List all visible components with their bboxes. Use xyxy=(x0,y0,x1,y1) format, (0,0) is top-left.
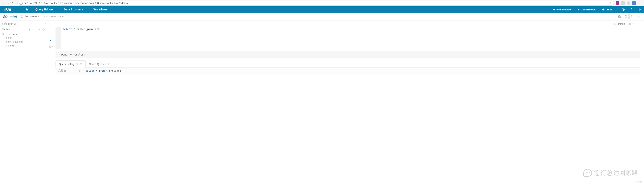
menu-query-editors[interactable]: Query Editors xyxy=(32,6,60,12)
snippet-settings-button[interactable] xyxy=(633,23,636,26)
search-icon[interactable] xyxy=(108,63,110,65)
pin-icon[interactable] xyxy=(78,70,81,72)
browser-menu-icon[interactable] xyxy=(638,2,641,5)
explain-button[interactable]: ▾ xyxy=(48,45,53,48)
svg-point-14 xyxy=(639,16,640,17)
check-icon: ✓ xyxy=(58,53,60,56)
new-button[interactable] xyxy=(623,14,629,19)
info-icon: i xyxy=(20,2,23,5)
browser-chrome: i ec2-54-169-71-135.ap-southeast-1.compu… xyxy=(0,0,644,6)
hive-icon xyxy=(3,14,8,19)
browser-reload-button[interactable] xyxy=(11,1,15,5)
help-icon[interactable] xyxy=(619,8,628,11)
file-browser-link[interactable]: File Browser xyxy=(550,8,574,11)
svg-rect-16 xyxy=(2,34,4,35)
format-button[interactable] xyxy=(628,23,631,26)
browser-extension-icons xyxy=(616,2,642,5)
database-name: default xyxy=(8,22,16,26)
history-entry[interactable]: 几秒前 select * from t_province xyxy=(56,68,640,74)
menu-workflows[interactable]: Workflows xyxy=(90,6,114,12)
extension-3-icon[interactable] xyxy=(627,2,630,5)
svg-rect-5 xyxy=(578,9,580,10)
elapsed-time: 0s xyxy=(613,23,616,26)
line-number-gutter: 1 xyxy=(56,27,61,48)
editor-sub-header: Hive Add a name... Add a description... xyxy=(0,12,644,20)
table-item[interactable]: t_province xyxy=(2,32,45,36)
database-dropdown[interactable]: default ▾ xyxy=(618,23,627,26)
sql-text: select * from t_province xyxy=(61,27,101,48)
svg-point-15 xyxy=(5,23,6,24)
result-status-text: Done. 0 results. xyxy=(62,53,85,56)
browser-forward-button[interactable] xyxy=(6,1,11,5)
svg-line-26 xyxy=(78,64,78,65)
svg-point-0 xyxy=(639,2,640,2)
svg-line-32 xyxy=(109,64,110,65)
tables-count: (1) xyxy=(29,28,32,31)
back-chevron-icon: ‹ xyxy=(2,22,3,26)
snippet-help-button[interactable]: ? xyxy=(638,22,639,26)
tags-button[interactable] xyxy=(630,14,635,19)
tab-saved-queries[interactable]: Saved Queries xyxy=(86,60,113,68)
lower-tabs: Query History Saved Queries xyxy=(56,60,640,68)
tables-heading: Tables xyxy=(2,28,10,31)
add-icon[interactable]: ＋ xyxy=(38,28,41,31)
notebook-name-input[interactable]: Add a name... xyxy=(20,15,41,18)
table-icon xyxy=(2,33,4,36)
svg-marker-20 xyxy=(50,40,52,42)
collapse-panel-button[interactable]: ‹ xyxy=(45,21,46,25)
flag-icon[interactable] xyxy=(628,8,636,11)
extension-1-icon[interactable] xyxy=(616,2,619,5)
history-sql: select * from t_province xyxy=(86,69,121,72)
svg-point-7 xyxy=(603,9,604,10)
svg-point-1 xyxy=(639,2,640,3)
caret-down-icon: ▾ xyxy=(626,23,626,25)
notebook-desc-input[interactable]: Add a description... xyxy=(44,15,66,18)
history-icon xyxy=(20,15,23,18)
column-item[interactable]: cnt (int) xyxy=(2,44,45,48)
refresh-icon[interactable] xyxy=(42,28,45,31)
engine-badge[interactable]: Hive xyxy=(3,14,17,19)
admin-menu[interactable]: admin xyxy=(599,8,619,11)
url-text: ec2-54-169-71-135.ap-southeast-1.compute… xyxy=(24,2,129,4)
tab-query-history[interactable]: Query History xyxy=(56,60,86,68)
chevron-down-icon xyxy=(84,8,86,11)
editor-area: ▾ 0s default ▾ ? 1 select * from t_provi… xyxy=(47,20,644,185)
menu-query-editors-label: Query Editors xyxy=(36,8,54,11)
svg-point-11 xyxy=(4,17,7,18)
result-status-bar: ✓ Done. 0 results. xyxy=(56,51,640,58)
app-top-bar: (|UE Query Editors Data Browsers Workflo… xyxy=(0,6,644,12)
search-icon[interactable] xyxy=(76,63,78,65)
svg-point-13 xyxy=(638,16,638,16)
engine-label: Hive xyxy=(10,14,17,19)
sql-editor[interactable]: 1 select * from t_province xyxy=(56,27,640,49)
svg-point-31 xyxy=(108,63,109,64)
svg-rect-6 xyxy=(578,10,580,10)
filter-icon[interactable] xyxy=(34,28,36,30)
table-name: t_province xyxy=(6,33,17,36)
extension-2-icon[interactable] xyxy=(621,2,625,5)
clear-history-icon[interactable] xyxy=(80,63,82,65)
database-selector[interactable]: ‹ default xyxy=(2,21,45,26)
svg-point-2 xyxy=(639,4,640,4)
execute-button[interactable] xyxy=(49,39,52,42)
bookmark-star-icon[interactable]: ☆ xyxy=(609,1,612,5)
menu-data-browsers-label: Data Browsers xyxy=(64,8,83,11)
chevron-down-icon xyxy=(614,8,616,11)
svg-rect-21 xyxy=(629,23,631,25)
chevron-down-icon xyxy=(55,8,57,11)
svg-point-25 xyxy=(76,63,78,64)
home-icon[interactable] xyxy=(22,8,32,11)
menu-data-browsers[interactable]: Data Browsers xyxy=(60,6,90,12)
browser-back-button[interactable] xyxy=(2,1,6,5)
extension-4-icon[interactable] xyxy=(632,2,636,5)
browser-url-bar[interactable]: i ec2-54-169-71-135.ap-southeast-1.compu… xyxy=(17,1,614,6)
hue-logo[interactable]: (|UE xyxy=(0,7,22,12)
settings-button[interactable] xyxy=(636,14,641,19)
job-browser-link[interactable]: Job Browser xyxy=(574,8,599,11)
svg-text:(|UE: (|UE xyxy=(4,7,11,12)
logout-icon[interactable] xyxy=(636,8,644,11)
column-item[interactable]: p_name (string) xyxy=(2,40,45,44)
footer-brand: 亿速云 xyxy=(636,181,642,184)
column-item[interactable]: id (int) xyxy=(2,36,45,40)
save-button[interactable] xyxy=(617,14,622,19)
